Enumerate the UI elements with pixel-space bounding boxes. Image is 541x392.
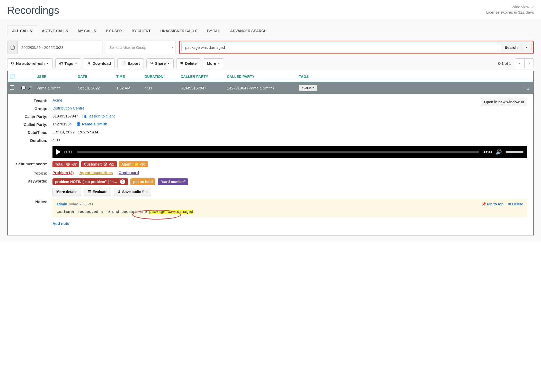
tenant-link[interactable]: Acme [52, 98, 62, 102]
caller-value: 619495167947 [52, 114, 78, 118]
license-info: License expires in 322 days [486, 10, 534, 14]
pin-icon: 📌 [482, 202, 486, 206]
note-highlight: package was damaged [149, 210, 193, 214]
share-button[interactable]: ↪ Share ▼ [146, 58, 174, 68]
col-tags[interactable]: TAGS [299, 75, 508, 79]
sentiment-customer: Customer: ☹ -51 [81, 161, 117, 167]
svg-rect-2 [12, 45, 12, 47]
topic-agent-insecurities[interactable]: Agent insecurities [79, 170, 113, 175]
pin-note-link[interactable]: 📌 Pin to top [482, 202, 503, 206]
tab-by-tag[interactable]: BY TAG [202, 25, 225, 36]
note-time: Today, 2:59 PM [68, 202, 93, 206]
col-duration[interactable]: DURATION [145, 75, 181, 79]
keyword-problem[interactable]: problem NOTIN ("no problem" | "n… 2 [52, 178, 128, 185]
keyword-card-number[interactable]: "card number" [158, 178, 188, 185]
col-date[interactable]: DATE [78, 75, 116, 79]
export-button[interactable]: 📄 Export [117, 58, 144, 68]
topic-credit-card[interactable]: Credit card [119, 170, 139, 175]
date-range-input[interactable] [18, 41, 102, 54]
tab-active-calls[interactable]: ACTIVE CALLS [37, 25, 73, 36]
sent-cust-val: -51 [109, 162, 114, 166]
svg-rect-3 [13, 45, 14, 47]
save-audio-button[interactable]: ⬇ Save audio file [114, 188, 151, 196]
user-icon: 👤 [76, 122, 81, 126]
prev-page-button[interactable]: ‹ [515, 59, 524, 68]
chevron-down-icon: ▼ [75, 62, 77, 65]
page-title: Recordings [7, 5, 59, 16]
play-icon[interactable] [56, 149, 61, 155]
keyword-put-on-hold[interactable]: put on hold [130, 178, 155, 185]
download-button[interactable]: ⬇ Download [84, 58, 115, 68]
evaluate-tag[interactable]: evaluate [299, 85, 317, 91]
more-button[interactable]: More ▼ [203, 58, 224, 68]
mic-icon: 🎤 [28, 86, 32, 90]
duration-label: Duration: [14, 138, 52, 143]
tag-icon: 🏷 [59, 61, 63, 66]
note-text-pre: customer requested a refund because the [57, 210, 149, 214]
table-row[interactable]: 💬 🎤 Pamela Smith Oct 19, 2022 1:02 AM 4:… [8, 82, 533, 94]
next-page-button[interactable]: › [524, 59, 534, 68]
note-body: customer requested a refund because the … [57, 210, 523, 214]
frown-icon: ☹ [66, 162, 70, 166]
tab-all-calls[interactable]: ALL CALLS [7, 25, 37, 36]
page-info: 0-1 of 1 [498, 61, 511, 66]
date-range-picker[interactable] [7, 41, 102, 54]
called-user-link[interactable]: Pamela Smith [82, 122, 107, 126]
tab-by-user[interactable]: BY USER [101, 25, 127, 36]
col-time[interactable]: TIME [116, 75, 145, 79]
assign-client-link[interactable]: assign to client [89, 114, 115, 118]
file-icon: 📄 [121, 61, 126, 66]
sent-agent-lbl: Agent: [121, 162, 133, 166]
audio-progress[interactable] [77, 151, 479, 153]
audio-current-time: 00:00 [64, 150, 73, 154]
wide-view-toggle[interactable]: Wide view ⤢ [486, 5, 534, 9]
refresh-button[interactable]: ⟳ No auto-refresh ▼ [7, 58, 53, 68]
export-label: Export [128, 61, 140, 66]
row-checkbox[interactable] [10, 85, 14, 90]
external-link-icon: ⧉ [521, 100, 524, 104]
delete-note-label: Delete [512, 202, 523, 206]
more-details-button[interactable]: More details [52, 188, 81, 196]
search-button[interactable]: Search [501, 43, 521, 52]
close-icon: ✖ [180, 61, 183, 66]
row-user: Pamela Smith [37, 86, 78, 90]
delete-note-link[interactable]: ✖ Delete [508, 202, 523, 206]
note-author[interactable]: admin [57, 202, 67, 206]
sent-cust-lbl: Customer: [84, 162, 102, 166]
datetime-date: Oct 19, 2022 [52, 130, 75, 134]
volume-slider[interactable] [505, 151, 524, 153]
chevron-down-icon: ▼ [169, 41, 175, 54]
row-duration: 4:33 [145, 86, 181, 90]
topic-problem[interactable]: Problem (2) [52, 170, 74, 175]
pin-label: Pin to top [487, 202, 504, 206]
open-new-window-button[interactable]: Open in new window ⧉ [481, 98, 527, 106]
audio-player[interactable]: 00:00 00:00 🔊 [52, 146, 527, 158]
tab-advanced-search[interactable]: ADVANCED SEARCH [225, 25, 271, 36]
add-note-link[interactable]: Add note [52, 221, 69, 226]
row-time: 1:02 AM [116, 86, 145, 90]
chevron-down-icon: ▼ [46, 62, 49, 65]
sentiment-agent: Agent: 😐 -30 [119, 161, 148, 167]
evaluate-button[interactable]: ☰ Evaluate [84, 188, 111, 196]
tags-label: Tags [65, 61, 73, 66]
col-called[interactable]: CALLED PARTY [227, 75, 299, 79]
download-icon: ⬇ [87, 61, 91, 66]
select-all-checkbox[interactable] [10, 74, 14, 78]
search-dropdown[interactable]: ▼ [521, 43, 531, 52]
delete-button[interactable]: ✖ Delete [176, 58, 200, 68]
search-input[interactable] [181, 43, 498, 52]
kw1-count: 2 [120, 179, 126, 184]
tags-button[interactable]: 🏷 Tags ▼ [55, 58, 81, 68]
group-link[interactable]: Distribution Centre [52, 106, 84, 110]
col-caller[interactable]: CALLER PARTY [181, 75, 227, 79]
list-icon: ☰ [88, 190, 91, 194]
datetime-label: Date/Time: [14, 130, 52, 135]
tab-unassigned[interactable]: UNASSIGNED CALLS [155, 25, 202, 36]
speaker-icon[interactable]: 🔊 [495, 149, 502, 155]
user-group-select[interactable]: Select a User or Group ▼ [106, 41, 175, 54]
col-user[interactable]: USER [37, 75, 78, 79]
tab-my-calls[interactable]: MY CALLS [73, 25, 101, 36]
collapse-icon[interactable]: ⊟ [508, 86, 531, 90]
neutral-icon: 😐 [134, 162, 139, 166]
tab-by-client[interactable]: BY CLIENT [127, 25, 156, 36]
